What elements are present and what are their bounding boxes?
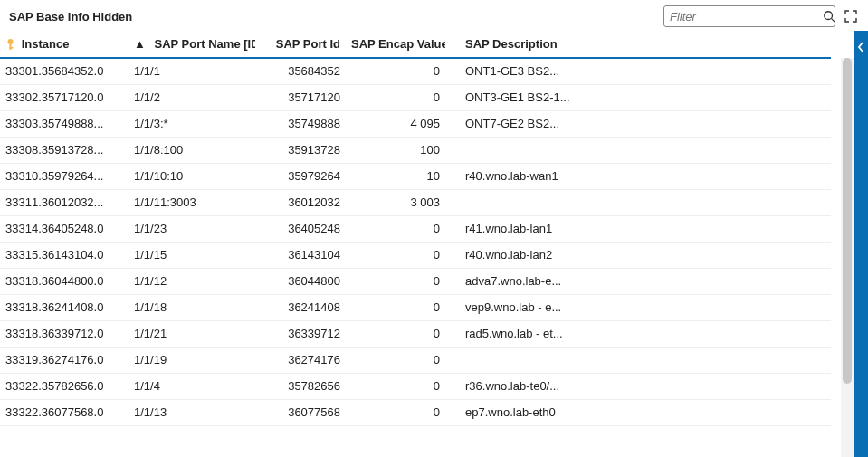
cell-description xyxy=(445,137,831,163)
cell-instance: 33322.35782656.0 xyxy=(0,373,129,399)
cell-port-id: 36044800 xyxy=(255,268,346,294)
cell-instance: 33318.36339712.0 xyxy=(0,320,129,347)
svg-rect-3 xyxy=(10,43,12,50)
cell-description: r36.wno.lab-te0/... xyxy=(445,373,831,399)
cell-instance: 33303.35749888... xyxy=(0,110,129,137)
cell-encap: 0 xyxy=(346,294,445,320)
cell-instance: 33310.35979264... xyxy=(0,163,129,189)
filter-input[interactable] xyxy=(670,10,823,24)
col-header-encap-label: SAP Encap Value xyxy=(351,37,445,51)
cell-encap: 0 xyxy=(346,84,445,110)
cell-description xyxy=(445,189,831,215)
cell-port-id: 35684352 xyxy=(255,58,346,84)
cell-port-name: 1/1/3:* xyxy=(129,110,255,137)
col-header-port-name[interactable]: ▲ SAP Port Name [IDX] xyxy=(129,31,255,58)
cell-instance: 33311.36012032... xyxy=(0,189,129,215)
cell-encap: 0 xyxy=(346,399,445,425)
vertical-scrollbar-thumb[interactable] xyxy=(843,58,852,384)
fullscreen-button[interactable] xyxy=(843,8,859,24)
table-row[interactable]: 33322.36077568.01/1/13360775680ep7.wno.l… xyxy=(0,399,831,425)
table-row[interactable]: 33318.36241408.01/1/18362414080vep9.wno.… xyxy=(0,294,831,320)
body: Instance ▲ SAP Port Name [IDX] SAP Port … xyxy=(0,31,868,457)
svg-rect-4 xyxy=(10,47,14,49)
cell-port-name: 1/1/4 xyxy=(129,373,255,399)
cell-port-name: 1/1/15 xyxy=(129,242,255,268)
cell-description: ONT7-GE2 BS2... xyxy=(445,110,831,137)
cell-instance: 33318.36241408.0 xyxy=(0,294,129,320)
col-header-instance-label: Instance xyxy=(22,37,70,51)
col-header-port-id-label: SAP Port Id xyxy=(276,37,340,51)
cell-instance: 33302.35717120.0 xyxy=(0,84,129,110)
cell-port-name: 1/1/2 xyxy=(129,84,255,110)
cell-port-name: 1/1/8:100 xyxy=(129,137,255,163)
cell-encap: 0 xyxy=(346,242,445,268)
cell-description: r40.wno.lab-wan1 xyxy=(445,163,831,189)
col-header-port-name-label: SAP Port Name [IDX] xyxy=(155,37,256,51)
panel-title: SAP Base Info Hidden xyxy=(9,10,132,24)
cell-port-name: 1/1/11:3003 xyxy=(129,189,255,215)
table-row[interactable]: 33308.35913728...1/1/8:10035913728100 xyxy=(0,137,831,163)
cell-port-name: 1/1/13 xyxy=(129,399,255,425)
cell-port-id: 35979264 xyxy=(255,163,346,189)
cell-description: ep7.wno.lab-eth0 xyxy=(445,399,831,425)
col-header-description-label: SAP Description xyxy=(465,37,558,51)
table-body: 33301.35684352.01/1/1356843520ONT1-GE3 B… xyxy=(0,58,831,425)
cell-port-id: 35749888 xyxy=(255,110,346,137)
sort-asc-icon: ▲ xyxy=(134,37,146,51)
cell-instance: 33308.35913728... xyxy=(0,137,129,163)
col-header-description[interactable]: SAP Description xyxy=(445,31,831,58)
col-header-instance[interactable]: Instance xyxy=(0,31,129,58)
table-row[interactable]: 33311.36012032...1/1/11:3003360120323 00… xyxy=(0,189,831,215)
cell-port-id: 36274176 xyxy=(255,347,346,373)
table-container: Instance ▲ SAP Port Name [IDX] SAP Port … xyxy=(0,31,854,457)
cell-port-id: 36012032 xyxy=(255,189,346,215)
table-row[interactable]: 33319.36274176.01/1/19362741760 xyxy=(0,347,831,373)
vertical-scrollbar[interactable] xyxy=(841,58,854,457)
cell-encap: 4 095 xyxy=(346,110,445,137)
cell-instance: 33319.36274176.0 xyxy=(0,347,129,373)
cell-instance: 33301.35684352.0 xyxy=(0,58,129,84)
app-window: SAP Base Info Hidden xyxy=(0,0,868,457)
table-row[interactable]: 33318.36044800.01/1/12360448000adva7.wno… xyxy=(0,268,831,294)
table-row[interactable]: 33314.36405248.01/1/23364052480r41.wno.l… xyxy=(0,215,831,242)
data-table: Instance ▲ SAP Port Name [IDX] SAP Port … xyxy=(0,31,831,426)
cell-port-id: 35717120 xyxy=(255,84,346,110)
cell-description: vep9.wno.lab - e... xyxy=(445,294,831,320)
col-header-port-id[interactable]: SAP Port Id xyxy=(255,31,346,58)
table-row[interactable]: 33303.35749888...1/1/3:*357498884 095ONT… xyxy=(0,110,831,137)
cell-instance: 33315.36143104.0 xyxy=(0,242,129,268)
cell-instance: 33318.36044800.0 xyxy=(0,268,129,294)
cell-port-name: 1/1/19 xyxy=(129,347,255,373)
cell-encap: 0 xyxy=(346,58,445,84)
cell-port-name: 1/1/23 xyxy=(129,215,255,242)
cell-encap: 10 xyxy=(346,163,445,189)
col-header-encap[interactable]: SAP Encap Value xyxy=(346,31,445,58)
table-row[interactable]: 33310.35979264...1/1/10:103597926410r40.… xyxy=(0,163,831,189)
table-row[interactable]: 33301.35684352.01/1/1356843520ONT1-GE3 B… xyxy=(0,58,831,84)
top-bar: SAP Base Info Hidden xyxy=(0,0,868,31)
filter-box[interactable] xyxy=(663,5,835,27)
table-row[interactable]: 33315.36143104.01/1/15361431040r40.wno.l… xyxy=(0,242,831,268)
cell-instance: 33322.36077568.0 xyxy=(0,399,129,425)
cell-port-id: 35782656 xyxy=(255,373,346,399)
cell-port-name: 1/1/10:10 xyxy=(129,163,255,189)
cell-port-id: 36241408 xyxy=(255,294,346,320)
search-icon[interactable] xyxy=(823,10,835,23)
cell-port-id: 36077568 xyxy=(255,399,346,425)
cell-port-id: 36339712 xyxy=(255,320,346,347)
side-panel-toggle[interactable] xyxy=(854,31,868,457)
table-row[interactable]: 33302.35717120.01/1/2357171200ONT3-GE1 B… xyxy=(0,84,831,110)
table-row[interactable]: 33322.35782656.01/1/4357826560r36.wno.la… xyxy=(0,373,831,399)
cell-description: rad5.wno.lab - et... xyxy=(445,320,831,347)
cell-port-name: 1/1/21 xyxy=(129,320,255,347)
cell-encap: 0 xyxy=(346,347,445,373)
cell-encap: 100 xyxy=(346,137,445,163)
cell-encap: 0 xyxy=(346,268,445,294)
cell-instance: 33314.36405248.0 xyxy=(0,215,129,242)
cell-description: adva7.wno.lab-e... xyxy=(445,268,831,294)
cell-port-id: 35913728 xyxy=(255,137,346,163)
cell-encap: 3 003 xyxy=(346,189,445,215)
table-row[interactable]: 33318.36339712.01/1/21363397120rad5.wno.… xyxy=(0,320,831,347)
chevron-left-icon xyxy=(857,42,864,52)
cell-description: r41.wno.lab-lan1 xyxy=(445,215,831,242)
